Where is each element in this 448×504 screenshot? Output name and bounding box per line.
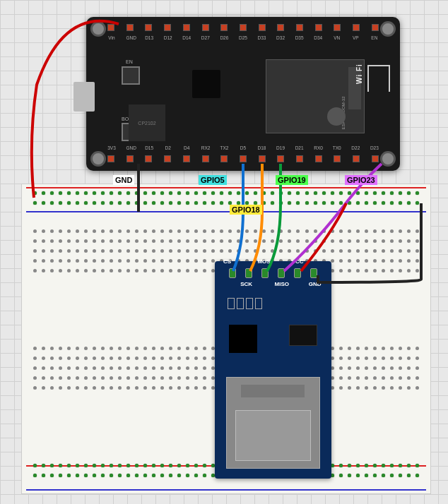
label-gnd: GND (113, 175, 134, 185)
esp-wroom-shield: Wi Fi ESP-WROOM-32 (266, 59, 365, 133)
power-rail-top-red (26, 187, 426, 188)
sd-pin-miso (278, 268, 285, 278)
en-button[interactable] (122, 66, 140, 85)
mounting-hole (90, 151, 106, 167)
sd-pin-gnd (310, 268, 317, 278)
sd-pin-cs (229, 268, 236, 278)
pin-header-top (107, 24, 379, 32)
voltage-regulator (192, 70, 220, 98)
pcb-antenna (367, 65, 390, 92)
mounting-hole (380, 151, 396, 167)
label-gpio23: GPIO23 (345, 175, 377, 185)
esp32-board: EN BOOT CP2102 Wi Fi ESP-WROOM-32 VinGND… (86, 17, 400, 171)
power-rail-bottom-blue (26, 489, 426, 491)
sd-ic-chip (229, 325, 257, 353)
usb-serial-chip: CP2102 (129, 104, 165, 141)
pin-labels-bottom: 3V3GNDD15D2D4RX2TX2D5D18D19D21RX0TX0D22D… (107, 145, 379, 152)
sd-pin-vcc (294, 268, 301, 278)
pin-labels-top: VinGNDD13D12D14D27D26D25D33D32D35D34VNVP… (107, 35, 379, 42)
sd-card-module: CSMOSIVCC SCKMISOGND (215, 261, 331, 479)
power-rail-top-blue (26, 211, 426, 212)
mounting-hole (380, 21, 396, 37)
chip-label: CP2102 (138, 121, 155, 126)
en-label: EN (126, 59, 133, 64)
sd-card-slot[interactable] (226, 377, 320, 469)
usb-port (73, 82, 95, 112)
label-gpio18: GPIO18 (230, 205, 262, 215)
label-gpio19: GPIO19 (276, 175, 308, 185)
pin-header-bottom (107, 155, 379, 164)
wifi-icon (327, 107, 346, 126)
sd-slot-inner (235, 410, 311, 461)
sd-regulator (289, 325, 317, 346)
sd-pin-sck (245, 268, 252, 278)
sd-pin-header (225, 268, 322, 281)
mounting-hole (90, 21, 106, 37)
sd-pin-mosi (261, 268, 269, 278)
rail-row (33, 481, 419, 486)
sd-pin-labels-top: CSMOSIVCC (222, 258, 324, 265)
sd-pin-labels-bottom: SCKMISOGND (222, 281, 324, 287)
label-gpio5: GPIO5 (199, 175, 227, 185)
jumper-block (228, 298, 262, 309)
sd-slot-connector (241, 385, 305, 397)
wifi-text: Wi Fi (355, 64, 363, 84)
